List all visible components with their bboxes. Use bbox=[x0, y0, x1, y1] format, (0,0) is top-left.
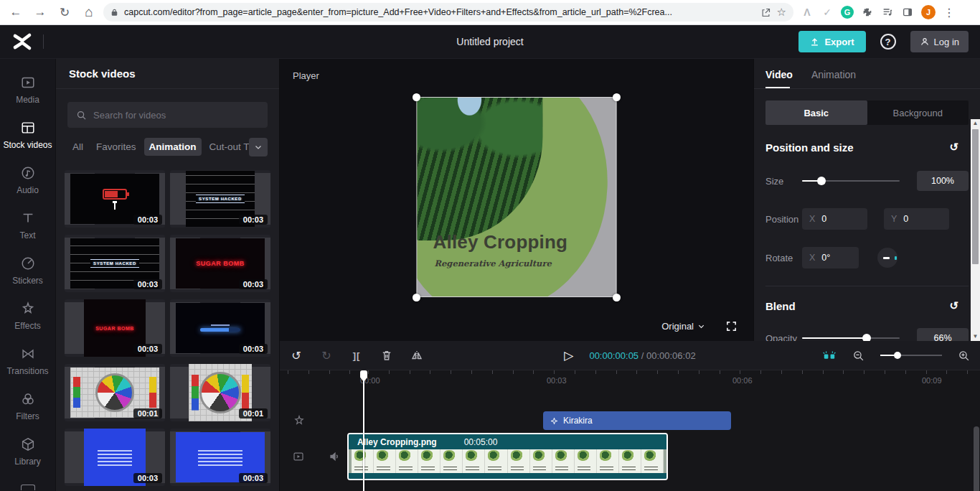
size-value[interactable]: 100% bbox=[917, 171, 969, 191]
split-icon[interactable]: ][ bbox=[350, 349, 363, 362]
login-button[interactable]: Log in bbox=[910, 31, 969, 52]
segment-basic[interactable]: Basic bbox=[765, 100, 867, 125]
delete-icon[interactable] bbox=[380, 349, 393, 362]
stock-tab-animation[interactable]: Animation bbox=[144, 138, 202, 156]
forward-icon[interactable]: → bbox=[30, 2, 50, 22]
stock-video-item[interactable]: 00:03 bbox=[65, 170, 165, 228]
sidebar-item-label: Library bbox=[3, 457, 53, 467]
opacity-value[interactable]: 66% bbox=[917, 328, 969, 341]
timecode: 00:00:00:05 / 00:00:06:02 bbox=[589, 350, 695, 361]
tab-video[interactable]: Video bbox=[765, 69, 793, 88]
extension-check-icon[interactable]: ✓ bbox=[821, 6, 834, 18]
sidebar-item-audio[interactable]: Audio bbox=[0, 165, 55, 195]
mirror-icon[interactable] bbox=[410, 349, 423, 362]
opacity-slider[interactable] bbox=[802, 334, 900, 341]
stickers-icon bbox=[20, 256, 36, 271]
scroll-up-icon[interactable]: ▲ bbox=[973, 119, 979, 128]
puzzle-extensions-icon[interactable] bbox=[861, 6, 874, 18]
export-button[interactable]: Export bbox=[798, 31, 865, 52]
selection-handle-br[interactable] bbox=[613, 294, 621, 301]
segment-background[interactable]: Background bbox=[867, 100, 969, 125]
extension-a-icon[interactable]: Λ bbox=[801, 6, 814, 18]
stock-video-item[interactable]: SUGAR BOMB00:03 bbox=[65, 299, 165, 357]
undo-icon[interactable]: ↺ bbox=[290, 349, 303, 362]
stock-tab-cut-out-t[interactable]: Cut-out T bbox=[204, 138, 249, 156]
url-text: capcut.com/editor?from_page=article_page… bbox=[124, 7, 755, 17]
fullscreen-icon[interactable] bbox=[725, 320, 738, 332]
timeline-scrollbar[interactable] bbox=[974, 426, 979, 491]
play-button[interactable]: ▷ bbox=[564, 348, 573, 363]
search-box[interactable] bbox=[67, 102, 268, 128]
stock-video-item[interactable]: SYSTEM HACKED00:03 bbox=[65, 235, 165, 292]
selection-handle-tl[interactable] bbox=[413, 93, 420, 101]
sidebar-item-media[interactable]: Media bbox=[0, 75, 55, 105]
rotate-dial[interactable] bbox=[877, 248, 897, 268]
canvas-zoom-select[interactable]: Original bbox=[661, 321, 705, 332]
tabs-expand-button[interactable] bbox=[249, 138, 268, 156]
stock-video-item[interactable]: 00:01 bbox=[65, 364, 165, 421]
stock-video-item[interactable]: 00:03 bbox=[65, 429, 165, 486]
selection-handle-bl[interactable] bbox=[413, 294, 420, 301]
properties-scrollbar[interactable]: ▲ ▼ bbox=[971, 119, 980, 341]
profile-avatar[interactable]: J bbox=[921, 5, 936, 19]
sidebar-item-transitions[interactable]: Transitions bbox=[0, 346, 55, 376]
size-slider[interactable] bbox=[802, 177, 900, 185]
header-divider bbox=[43, 34, 44, 49]
snap-icon[interactable] bbox=[822, 350, 837, 361]
timeline-zoom-slider[interactable] bbox=[880, 352, 942, 359]
search-input[interactable] bbox=[93, 110, 259, 121]
effect-clip-kirakira[interactable]: Kirakira bbox=[543, 411, 731, 430]
filmstrip-frame bbox=[440, 449, 463, 473]
redo-icon[interactable]: ↻ bbox=[320, 349, 333, 362]
sidebar-item-library[interactable]: Library bbox=[0, 436, 55, 467]
stock-tab-favorites[interactable]: Favorites bbox=[91, 138, 141, 156]
reset-blend-icon[interactable]: ↺ bbox=[949, 299, 958, 312]
stock-video-item[interactable]: 00:01 bbox=[170, 364, 270, 421]
grammarly-icon[interactable]: G bbox=[841, 6, 854, 19]
position-y-field[interactable]: Y 0 bbox=[884, 208, 949, 230]
mute-track-icon[interactable] bbox=[329, 450, 341, 463]
rotate-label: Rotate bbox=[765, 253, 802, 263]
sidebar-item-stock-videos[interactable]: Stock videos bbox=[0, 120, 55, 150]
stock-video-grid: 00:03SYSTEM HACKED00:03SYSTEM HACKED00:0… bbox=[65, 170, 270, 491]
reload-icon[interactable]: ↻ bbox=[55, 2, 75, 22]
home-icon[interactable]: ⌂ bbox=[79, 2, 99, 22]
sidebar-item-effects[interactable]: Effects bbox=[0, 301, 55, 331]
tab-animation[interactable]: Animation bbox=[811, 69, 856, 88]
stock-video-item[interactable]: 00:03 bbox=[170, 429, 270, 486]
browser-menu-icon[interactable]: ⋮ bbox=[943, 6, 956, 19]
ruler-label: 00:03 bbox=[547, 376, 567, 385]
capcut-logo[interactable] bbox=[11, 32, 33, 51]
timeline-zoom-in-icon[interactable] bbox=[958, 350, 970, 362]
rotate-field[interactable]: X 0° bbox=[802, 247, 859, 268]
selection-handle-tr[interactable] bbox=[613, 93, 621, 101]
reset-position-size-icon[interactable]: ↺ bbox=[949, 141, 958, 154]
bookmark-star-icon[interactable]: ☆ bbox=[777, 6, 786, 19]
canvas-title-text: Alley Cropping bbox=[433, 231, 568, 253]
playlist-icon[interactable] bbox=[881, 6, 894, 18]
sidebar-item-filters[interactable]: Filters bbox=[0, 391, 55, 421]
position-size-heading: Position and size bbox=[765, 141, 854, 154]
timeline-zoom-out-icon[interactable] bbox=[852, 350, 864, 362]
share-icon[interactable] bbox=[760, 7, 771, 18]
stock-video-item[interactable]: SUGAR BOMB00:03 bbox=[170, 235, 270, 292]
duration-badge: 00:03 bbox=[239, 344, 268, 354]
address-bar[interactable]: capcut.com/editor?from_page=article_page… bbox=[103, 3, 793, 22]
panel-title: Stock videos bbox=[56, 59, 279, 89]
position-x-field[interactable]: X 0 bbox=[802, 208, 867, 230]
preview-canvas[interactable]: Alley Cropping Regenerative Agriculture bbox=[417, 97, 617, 297]
video-track: Alley Cropping.png 00:05:00 bbox=[280, 433, 980, 480]
playhead[interactable] bbox=[363, 370, 364, 491]
stock-video-item[interactable]: SYSTEM HACKED00:03 bbox=[170, 170, 270, 228]
sidepanel-icon[interactable] bbox=[901, 6, 914, 18]
stock-video-item[interactable]: 00:03 bbox=[170, 299, 270, 357]
sidebar-item-label: Media bbox=[3, 95, 53, 105]
stock-tab-all[interactable]: All bbox=[67, 138, 88, 156]
scroll-down-icon[interactable]: ▼ bbox=[973, 332, 979, 341]
sidebar-item-stickers[interactable]: Stickers bbox=[0, 256, 55, 286]
back-icon[interactable]: ← bbox=[6, 2, 26, 22]
help-icon[interactable]: ? bbox=[880, 34, 896, 50]
timeline-ruler[interactable]: 00:0000:0300:0600:09 bbox=[280, 370, 980, 393]
video-clip-alley-cropping[interactable]: Alley Cropping.png 00:05:00 bbox=[347, 433, 668, 480]
sidebar-item-text[interactable]: Text bbox=[0, 210, 55, 240]
